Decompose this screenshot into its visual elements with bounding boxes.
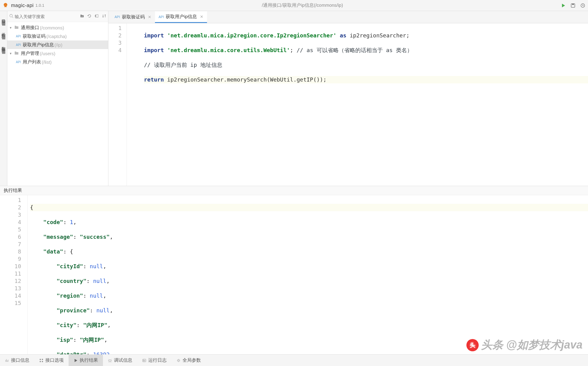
log-icon <box>142 358 146 363</box>
tree-label: 用户列表 <box>23 59 41 65</box>
app-title: magic-api <box>11 3 34 8</box>
search-icon <box>9 14 13 19</box>
result-panel: 执行结果 123 456 789 101112 131415 { "code":… <box>0 186 588 354</box>
history-icon[interactable] <box>580 3 586 8</box>
svg-rect-1 <box>572 4 574 5</box>
bottom-result[interactable]: 执行结果 <box>69 355 103 366</box>
api-badge: API <box>159 15 164 19</box>
location-icon[interactable] <box>95 14 99 19</box>
folder-icon <box>2 50 6 55</box>
editor-column: API 获取验证码 ✕ API 获取用户ip信息 ✕ 1 2 3 4 impor… <box>108 11 588 186</box>
breadcrumb: /通用接口/获取用户ip信息(/commons/ip) <box>44 2 560 8</box>
tree-body: ▾ 通用接口 (/commons) API 获取验证码 (/captcha) A… <box>7 22 108 186</box>
bottom-bar: 接口信息 接口选项 执行结果 调试信息 运行日志 全局参数 <box>0 354 588 366</box>
sort-icon[interactable] <box>102 14 106 19</box>
folder-icon <box>2 36 6 41</box>
result-gutter: 123 456 789 101112 131415 <box>0 195 28 354</box>
header: magic-api 1.0.1 /通用接口/获取用户ip信息(/commons/… <box>0 0 588 11</box>
vertical-sidebar: 接口列表 函数列表 数据源管理 <box>0 11 7 186</box>
tree-group-users[interactable]: ▾ 用户管理 (/users) <box>7 49 108 58</box>
bottom-global[interactable]: 全局参数 <box>172 355 206 366</box>
svg-rect-7 <box>40 359 41 360</box>
info-icon <box>5 358 9 363</box>
tree-label: 通用接口 <box>21 25 39 31</box>
refresh-icon[interactable] <box>87 14 92 19</box>
tree-path: (/commons) <box>40 25 64 30</box>
tree-path: (/captcha) <box>46 34 67 39</box>
line-gutter: 1 2 3 4 <box>108 23 127 186</box>
bug-icon <box>108 358 112 363</box>
svg-rect-6 <box>95 15 96 17</box>
folder-icon <box>14 25 19 31</box>
tree-label: 获取验证码 <box>23 33 46 39</box>
bottom-api-info[interactable]: 接口信息 <box>0 355 34 366</box>
save-icon[interactable] <box>570 3 576 8</box>
tab-label: 获取用户ip信息 <box>166 14 197 20</box>
bottom-debug[interactable]: 调试信息 <box>103 355 137 366</box>
svg-rect-10 <box>42 361 43 362</box>
tree-label: 获取用户ip信息 <box>23 42 54 48</box>
close-icon[interactable]: ✕ <box>200 14 203 19</box>
app-version: 1.0.1 <box>36 3 44 8</box>
code-body[interactable]: import 'net.dreamlu.mica.ip2region.core.… <box>127 23 588 186</box>
editor-tabs: API 获取验证码 ✕ API 获取用户ip信息 ✕ <box>108 11 588 23</box>
add-folder-icon[interactable] <box>80 14 84 19</box>
tree-group-commons[interactable]: ▾ 通用接口 (/commons) <box>7 23 108 32</box>
api-badge: API <box>16 43 21 47</box>
code-editor[interactable]: 1 2 3 4 import 'net.dreamlu.mica.ip2regi… <box>108 23 588 186</box>
tree-path: (/ip) <box>55 42 62 48</box>
vsidebar-datasource[interactable]: 数据源管理 <box>0 41 7 49</box>
svg-rect-8 <box>42 359 43 360</box>
tab-ip[interactable]: API 获取用户ip信息 ✕ <box>155 11 207 23</box>
gear-icon <box>176 358 181 363</box>
api-badge: API <box>16 60 21 64</box>
folder-icon <box>14 51 19 56</box>
vsidebar-function-list[interactable]: 函数列表 <box>0 27 7 35</box>
vsidebar-api-list[interactable]: 接口列表 <box>0 13 7 21</box>
folder-icon <box>2 22 6 27</box>
result-title: 执行结果 <box>0 186 588 195</box>
result-code: { "code": 1, "message": "success", "data… <box>28 195 588 354</box>
grid-icon <box>39 358 43 363</box>
tree-item-captcha[interactable]: API 获取验证码 (/captcha) <box>7 32 108 40</box>
tree-item-userlist[interactable]: API 用户列表 (/list) <box>7 58 108 66</box>
api-badge: API <box>115 15 120 19</box>
search-input[interactable] <box>15 14 80 19</box>
svg-point-13 <box>178 360 179 361</box>
tree-search-bar <box>7 11 108 22</box>
close-icon[interactable]: ✕ <box>148 15 151 19</box>
tree-path: (/list) <box>42 59 52 65</box>
svg-rect-9 <box>40 361 41 362</box>
main: 接口列表 函数列表 数据源管理 ▾ <box>0 11 588 186</box>
tree-panel: ▾ 通用接口 (/commons) API 获取验证码 (/captcha) A… <box>7 11 108 186</box>
svg-line-4 <box>12 17 13 18</box>
api-badge: API <box>16 35 21 38</box>
chevron-down-icon: ▾ <box>10 26 14 30</box>
app-logo-icon <box>2 2 9 9</box>
play-icon <box>74 358 78 363</box>
tree-label: 用户管理 <box>21 51 39 56</box>
tree-path: (/users) <box>40 51 55 56</box>
tab-label: 获取验证码 <box>122 14 145 20</box>
tree-item-ip[interactable]: API 获取用户ip信息 (/ip) <box>7 40 108 49</box>
result-body[interactable]: 123 456 789 101112 131415 { "code": 1, "… <box>0 195 588 354</box>
tab-captcha[interactable]: API 获取验证码 ✕ <box>111 11 155 23</box>
bottom-log[interactable]: 运行日志 <box>137 355 172 366</box>
header-actions <box>560 3 586 8</box>
svg-point-3 <box>10 14 13 17</box>
chevron-down-icon: ▾ <box>10 51 14 55</box>
bottom-api-options[interactable]: 接口选项 <box>34 355 69 366</box>
run-icon[interactable] <box>560 3 566 8</box>
svg-point-11 <box>109 360 111 362</box>
